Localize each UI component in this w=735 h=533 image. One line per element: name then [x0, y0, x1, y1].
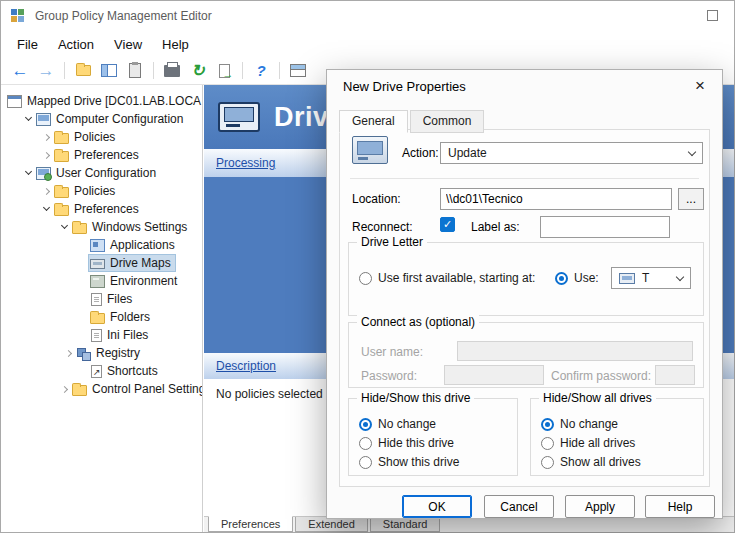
radio-label: Use:	[574, 271, 599, 285]
tree-item-mapped-drive[interactable]: Mapped Drive [DC01.LAB.LOCA	[1, 92, 202, 110]
chevron-down-icon[interactable]	[21, 172, 35, 174]
maximize-button[interactable]	[707, 10, 718, 21]
tab-general[interactable]: General	[339, 110, 408, 133]
action-value: Update	[448, 146, 689, 160]
tab-standard[interactable]: Standard	[370, 517, 441, 532]
user-icon	[36, 167, 51, 180]
dialog-title-bar: New Drive Properties	[327, 70, 722, 102]
tree-item-policies-user[interactable]: Policies	[1, 182, 202, 200]
browse-button[interactable]: ...	[678, 188, 704, 210]
cancel-button[interactable]: Cancel	[484, 495, 554, 518]
hide-show-this-drive-group: Hide/Show this drive No change Hide this…	[348, 398, 518, 476]
hide-show-all-drives-title: Hide/Show all drives	[539, 391, 656, 405]
forward-icon[interactable]	[35, 60, 57, 82]
chevron-right-icon[interactable]	[39, 135, 53, 140]
tree-item-label: Windows Settings	[92, 220, 187, 234]
help-button[interactable]: Help	[645, 495, 715, 518]
folder-icon	[54, 205, 69, 216]
menu-action[interactable]: Action	[48, 33, 104, 56]
menu-help[interactable]: Help	[152, 33, 199, 56]
help-icon[interactable]	[250, 60, 272, 82]
tree-item-folders[interactable]: Folders	[1, 308, 202, 326]
menu-view[interactable]: View	[104, 33, 152, 56]
location-input[interactable]	[440, 188, 672, 210]
chevron-down-icon[interactable]	[39, 208, 53, 210]
action-select[interactable]: Update	[440, 142, 703, 164]
print-icon[interactable]	[161, 60, 183, 82]
close-icon[interactable]	[686, 74, 714, 98]
tab-preferences[interactable]: Preferences	[208, 516, 293, 532]
tree-item-label: Ini Files	[107, 328, 148, 342]
title-bar: Group Policy Management Editor	[1, 1, 734, 31]
tree-item-label: Policies	[74, 130, 115, 144]
tree-item-label: Environment	[110, 274, 177, 288]
hide-all-drives-radio[interactable]: Hide all drives	[541, 436, 635, 450]
up-level-icon[interactable]	[72, 60, 94, 82]
hide-show-this-drive-title: Hide/Show this drive	[357, 391, 474, 405]
processing-link[interactable]: Processing	[216, 156, 275, 170]
refresh-icon[interactable]	[187, 60, 209, 82]
label-as-input[interactable]	[540, 216, 670, 238]
show-all-drives-radio[interactable]: Show all drives	[541, 455, 641, 469]
tree-item-files[interactable]: Files	[1, 290, 202, 308]
chevron-right-icon[interactable]	[39, 189, 53, 194]
all-drives-no-change-radio[interactable]: No change	[541, 417, 618, 431]
tree-item-drive-maps[interactable]: Drive Maps	[1, 254, 202, 272]
document-icon	[91, 293, 102, 306]
drive-icon	[90, 259, 105, 269]
tree-item-label: Drive Maps	[110, 256, 171, 270]
tab-common[interactable]: Common	[410, 110, 485, 133]
registry-icon	[76, 347, 91, 360]
toolbar-separator	[242, 62, 243, 79]
console-tree-icon[interactable]	[98, 60, 120, 82]
no-policies-text: No policies selected	[216, 387, 323, 401]
use-first-available-radio[interactable]: Use first available, starting at:	[359, 271, 535, 285]
tree-item-label: Files	[107, 292, 132, 306]
chevron-right-icon[interactable]	[57, 387, 71, 392]
reconnect-checkbox[interactable]	[440, 217, 455, 232]
tree-item-environment[interactable]: Environment	[1, 272, 202, 290]
tree-item-registry[interactable]: Registry	[1, 344, 202, 362]
tree-item-windows-settings[interactable]: Windows Settings	[1, 218, 202, 236]
label-as-label: Label as:	[471, 220, 520, 234]
tree-item-user-configuration[interactable]: User Configuration	[1, 164, 202, 182]
drive-letter-select[interactable]: T	[611, 267, 691, 289]
list-view-icon[interactable]	[287, 60, 309, 82]
chevron-down-icon[interactable]	[21, 118, 35, 120]
tree-item-computer-configuration[interactable]: Computer Configuration	[1, 110, 202, 128]
chevron-right-icon[interactable]	[39, 153, 53, 158]
tree-item-preferences-computer[interactable]: Preferences	[1, 146, 202, 164]
tree-item-control-panel-settings[interactable]: Control Panel Setting	[1, 380, 202, 398]
dialog-tab-strip: General Common	[339, 110, 486, 133]
tree-item-preferences-user[interactable]: Preferences	[1, 200, 202, 218]
tree-item-label: Folders	[110, 310, 150, 324]
password-label: Password:	[361, 369, 417, 383]
ok-button[interactable]: OK	[402, 495, 472, 518]
apply-button[interactable]: Apply	[565, 495, 635, 518]
tree-item-ini-files[interactable]: Ini Files	[1, 326, 202, 344]
tree-item-policies-computer[interactable]: Policies	[1, 128, 202, 146]
dialog-title: New Drive Properties	[343, 79, 466, 94]
menu-bar: File Action View Help	[1, 31, 734, 57]
tab-extended[interactable]: Extended	[295, 517, 367, 532]
reconnect-label: Reconnect:	[352, 220, 413, 234]
properties-icon[interactable]	[124, 60, 146, 82]
use-radio[interactable]: Use:	[555, 271, 599, 285]
this-drive-no-change-radio[interactable]: No change	[359, 417, 436, 431]
description-link[interactable]: Description	[216, 359, 276, 373]
tree-item-applications[interactable]: Applications	[1, 236, 202, 254]
back-icon[interactable]	[9, 60, 31, 82]
folder-icon	[54, 187, 69, 198]
menu-file[interactable]: File	[7, 33, 48, 56]
location-label: Location:	[352, 192, 401, 206]
hide-show-all-drives-group: Hide/Show all drives No change Hide all …	[530, 398, 704, 476]
radio-label: Hide all drives	[560, 436, 635, 450]
chevron-right-icon[interactable]	[61, 351, 75, 356]
show-this-drive-radio[interactable]: Show this drive	[359, 455, 459, 469]
export-list-icon[interactable]	[213, 60, 235, 82]
password-input	[444, 365, 544, 385]
tree-item-shortcuts[interactable]: Shortcuts	[1, 362, 202, 380]
chevron-down-icon[interactable]	[57, 226, 71, 228]
hide-this-drive-radio[interactable]: Hide this drive	[359, 436, 454, 450]
gpo-icon	[7, 95, 22, 108]
